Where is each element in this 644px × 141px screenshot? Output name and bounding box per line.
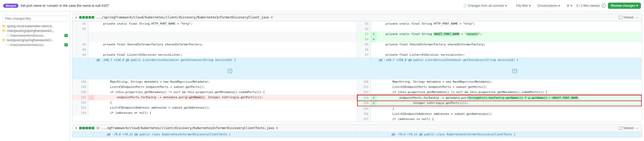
file-name-label: KubernetesInformDiscove... (10, 34, 63, 37)
viewed-label-1: Viewed (623, 16, 633, 19)
diff-stat-dots-2 (79, 127, 94, 129)
code-cell: List<V1EndpointAddress> addresses = subs… (94, 105, 357, 110)
line-sign: + (371, 101, 377, 106)
code-cell: private static final String HTTP_PORT_NA… (94, 21, 357, 26)
stat-dot-2 (82, 16, 85, 19)
expand-icon-right[interactable]: + (513, 69, 517, 73)
diff-left-table-1: 61 private static final String HTTP_PORT… (72, 21, 357, 116)
diff-section-2: ▾ 28 ...ngframework/cloud/kubernetes/cli… (72, 124, 642, 137)
sidebar-folder-main[interactable]: 📁 main/java/org/springframework/c... (0, 29, 70, 33)
line-number: 150 (72, 90, 88, 95)
line-number: 65 (357, 42, 371, 47)
diff2-left-table: @@ -79,6 +79,11 @@ public class Kubernet… (72, 132, 357, 137)
line-number (72, 132, 93, 137)
filter-input-wrap (0, 13, 70, 24)
viewed-checkbox-2[interactable]: Viewed (619, 126, 633, 130)
info-icon[interactable]: i (602, 4, 606, 8)
line-sign (371, 106, 377, 111)
line-sign (371, 21, 377, 26)
line-number: 61 (72, 21, 88, 26)
code-cell (94, 26, 357, 32)
line-sign (371, 47, 377, 52)
collapse-button-1[interactable]: ▾ (76, 16, 77, 19)
line-number: 150 (357, 79, 371, 84)
diff-left-panel-1: 61 private static final String HTTP_PORT… (72, 21, 357, 122)
viewed-checkbox-input-2[interactable] (619, 126, 622, 130)
table-row: 67 private final Lister<V1Service> servi… (357, 52, 642, 58)
table-row: 151 List<V1EndpointPort> endpointPorts =… (357, 84, 642, 90)
filter-changed-files-input[interactable] (3, 16, 67, 22)
line-sign (88, 105, 94, 110)
review-changes-button[interactable]: Review changes ▾ (608, 3, 641, 9)
diff-header-right-2: Viewed ··· (619, 126, 639, 130)
code-cell: List<V1EndpointPort> endpointPorts = sub… (94, 84, 357, 90)
more-options-button-1[interactable]: ··· (635, 15, 639, 19)
line-number: 62 (72, 26, 88, 32)
file-icon: 📄 (6, 34, 9, 37)
copy-path-icon-1[interactable]: ⎘ (271, 16, 273, 19)
file-add-badge-2: + (64, 43, 68, 46)
code-cell (377, 47, 641, 52)
table-row: 62 (357, 26, 642, 32)
sidebar-file-kubernetes-informer-test[interactable]: 📄 KubernetesInformDiscove... + (0, 43, 70, 47)
table-row: 65 private final SharedInformerFactory s… (357, 42, 642, 47)
line-number: 64 (72, 47, 88, 52)
file-filter-dropdown[interactable]: File filter ▾ (514, 3, 533, 9)
doc-icon: 📄 (463, 4, 467, 8)
line-number: 66 (357, 47, 371, 52)
code-cell: private final SharedInformerFactory shar… (94, 42, 357, 47)
line-sign (88, 21, 94, 26)
line-number: 63 (72, 42, 88, 47)
sidebar-file-kubernetes-informer[interactable]: 📄 KubernetesInformDiscove... + (0, 33, 70, 38)
viewed-checkbox-1[interactable]: Viewed (619, 16, 633, 19)
conversations-dropdown[interactable]: Conversations ▾ (535, 3, 562, 9)
commits-dropdown[interactable]: 📄 Changes from all commits ▾ (461, 3, 509, 9)
line-sign (371, 52, 377, 58)
expand-row[interactable]: + (72, 63, 357, 79)
line-number: 151 (357, 84, 371, 90)
code-cell: private final SharedInformerFactory shar… (377, 42, 641, 47)
stat-dot-3 (85, 16, 88, 19)
diff-main-area: ▾ .../springframework/cloud/kubernetes/c… (70, 11, 644, 141)
code-cell (94, 37, 357, 42)
line-number: 61 (357, 21, 371, 26)
code-cell: @@ -79,6 +79,11 @@ public class Kubernet… (389, 132, 642, 137)
table-row: 154 if (addresses == null) { (72, 110, 357, 116)
viewed-checkbox-input-1[interactable] (619, 16, 622, 19)
chevron-down-icon-3: ▾ (558, 4, 560, 8)
folder-icon-3: 📁 (2, 38, 6, 42)
settings-dropdown[interactable]: ⚙ ▾ (564, 3, 574, 9)
file-icon-2: 📄 (6, 44, 9, 46)
table-row: 63 + private static final String UNSET_P… (357, 32, 642, 37)
code-cell: endpointPorts.forEach(p -> metadata.put(… (94, 95, 357, 100)
code-cell (377, 26, 641, 32)
line-sign: + (371, 95, 377, 101)
line-number: 62 (357, 26, 371, 32)
stat-dot-4 (89, 16, 91, 19)
line-sign: + (371, 37, 377, 42)
code-cell: @@ -79,6 +79,11 @@ public class Kubernet… (105, 132, 357, 137)
line-sign (371, 79, 377, 84)
code-cell: List<V1EndpointAddress> addresses = subs… (377, 111, 641, 117)
collapse-button-2[interactable]: ▾ (76, 126, 77, 130)
line-sign (371, 111, 377, 117)
line-number: 155 (357, 106, 371, 111)
copy-path-icon-2[interactable]: ⎘ (276, 126, 278, 130)
stat-dot-1 (79, 16, 82, 19)
line-sign (371, 42, 377, 47)
more-options-button-2[interactable]: ··· (635, 126, 639, 130)
expand-row-right[interactable]: + (357, 63, 642, 79)
folder-icon: 📁 (2, 24, 6, 28)
table-row (72, 37, 357, 42)
line-number: 151 (72, 95, 88, 100)
chevron-down-icon-2: ▾ (529, 4, 531, 8)
commits-label: Changes from all commits (468, 4, 504, 8)
sidebar-folder-test[interactable]: 📁 test/java/org/springframework/cl... (0, 38, 70, 43)
sidebar-folder-spring[interactable]: 📁 spring-cloud-kubernetes-client-d... (0, 24, 70, 29)
main-layout: 📁 spring-cloud-kubernetes-client-d... 📁 … (0, 11, 644, 141)
code-cell: List<V1EndpointPort> endpointPorts = sub… (377, 84, 641, 90)
expand-icon[interactable]: + (228, 69, 232, 73)
conversations-label: Conversations (537, 4, 557, 8)
line-number: 64 (357, 37, 371, 42)
line-sign (371, 117, 377, 122)
